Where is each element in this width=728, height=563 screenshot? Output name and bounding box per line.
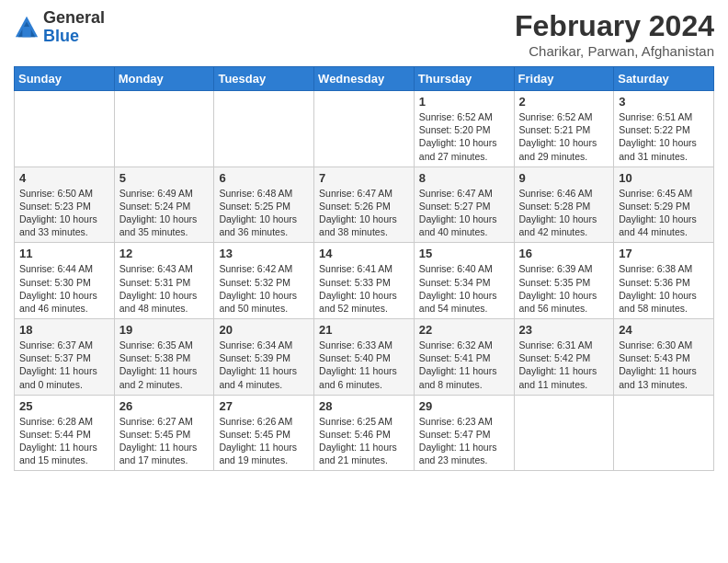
day-number: 11 bbox=[19, 247, 109, 260]
col-header-wednesday: Wednesday bbox=[314, 67, 415, 91]
day-cell: 21Sunrise: 6:33 AM Sunset: 5:40 PM Dayli… bbox=[314, 319, 415, 396]
day-info: Sunrise: 6:51 AM Sunset: 5:22 PM Dayligh… bbox=[619, 110, 709, 163]
day-cell: 22Sunrise: 6:32 AM Sunset: 5:41 PM Dayli… bbox=[414, 319, 514, 396]
day-cell: 8Sunrise: 6:47 AM Sunset: 5:27 PM Daylig… bbox=[414, 167, 514, 243]
logo: General Blue bbox=[14, 9, 105, 46]
day-info: Sunrise: 6:27 AM Sunset: 5:45 PM Dayligh… bbox=[119, 415, 210, 467]
day-cell: 7Sunrise: 6:47 AM Sunset: 5:26 PM Daylig… bbox=[314, 167, 415, 243]
day-number: 2 bbox=[519, 95, 609, 109]
day-cell bbox=[15, 91, 115, 167]
day-number: 15 bbox=[419, 247, 509, 260]
day-info: Sunrise: 6:23 AM Sunset: 5:47 PM Dayligh… bbox=[419, 415, 509, 467]
header: General Blue February 2024 Charikar, Par… bbox=[14, 9, 714, 59]
day-cell: 18Sunrise: 6:37 AM Sunset: 5:37 PM Dayli… bbox=[15, 319, 115, 396]
week-row-2: 11Sunrise: 6:44 AM Sunset: 5:30 PM Dayli… bbox=[15, 243, 714, 319]
day-info: Sunrise: 6:45 AM Sunset: 5:29 PM Dayligh… bbox=[619, 187, 709, 239]
week-row-1: 4Sunrise: 6:50 AM Sunset: 5:23 PM Daylig… bbox=[15, 167, 714, 243]
day-number: 24 bbox=[619, 323, 709, 337]
day-info: Sunrise: 6:25 AM Sunset: 5:46 PM Dayligh… bbox=[319, 415, 409, 467]
day-number: 14 bbox=[319, 247, 409, 260]
day-cell: 16Sunrise: 6:39 AM Sunset: 5:35 PM Dayli… bbox=[514, 243, 614, 319]
day-cell: 1Sunrise: 6:52 AM Sunset: 5:20 PM Daylig… bbox=[414, 91, 514, 167]
day-cell: 11Sunrise: 6:44 AM Sunset: 5:30 PM Dayli… bbox=[15, 243, 115, 319]
day-info: Sunrise: 6:41 AM Sunset: 5:33 PM Dayligh… bbox=[319, 262, 409, 315]
day-info: Sunrise: 6:35 AM Sunset: 5:38 PM Dayligh… bbox=[119, 339, 210, 391]
day-cell: 28Sunrise: 6:25 AM Sunset: 5:46 PM Dayli… bbox=[314, 395, 415, 471]
logo-text: General Blue bbox=[43, 9, 105, 46]
day-info: Sunrise: 6:42 AM Sunset: 5:32 PM Dayligh… bbox=[219, 262, 309, 315]
day-number: 29 bbox=[419, 399, 509, 413]
day-info: Sunrise: 6:38 AM Sunset: 5:36 PM Dayligh… bbox=[619, 262, 709, 315]
day-cell bbox=[514, 395, 614, 471]
day-cell: 12Sunrise: 6:43 AM Sunset: 5:31 PM Dayli… bbox=[114, 243, 214, 319]
day-number: 27 bbox=[219, 399, 309, 413]
day-number: 18 bbox=[19, 323, 109, 337]
day-cell: 2Sunrise: 6:52 AM Sunset: 5:21 PM Daylig… bbox=[514, 91, 614, 167]
day-number: 23 bbox=[519, 323, 609, 337]
day-cell bbox=[314, 91, 415, 167]
day-cell bbox=[614, 395, 714, 471]
day-info: Sunrise: 6:48 AM Sunset: 5:25 PM Dayligh… bbox=[219, 187, 309, 239]
page: General Blue February 2024 Charikar, Par… bbox=[0, 0, 728, 480]
day-cell: 13Sunrise: 6:42 AM Sunset: 5:32 PM Dayli… bbox=[214, 243, 314, 319]
day-number: 16 bbox=[519, 247, 609, 260]
svg-rect-2 bbox=[22, 27, 30, 37]
day-cell: 3Sunrise: 6:51 AM Sunset: 5:22 PM Daylig… bbox=[614, 91, 714, 167]
day-number: 10 bbox=[619, 171, 709, 185]
week-row-3: 18Sunrise: 6:37 AM Sunset: 5:37 PM Dayli… bbox=[15, 319, 714, 396]
day-number: 9 bbox=[519, 171, 609, 185]
day-cell: 17Sunrise: 6:38 AM Sunset: 5:36 PM Dayli… bbox=[614, 243, 714, 319]
day-number: 13 bbox=[219, 247, 309, 260]
week-row-0: 1Sunrise: 6:52 AM Sunset: 5:20 PM Daylig… bbox=[15, 91, 714, 167]
day-number: 22 bbox=[419, 323, 509, 337]
day-cell: 27Sunrise: 6:26 AM Sunset: 5:45 PM Dayli… bbox=[214, 395, 314, 471]
day-info: Sunrise: 6:39 AM Sunset: 5:35 PM Dayligh… bbox=[519, 262, 609, 315]
day-info: Sunrise: 6:47 AM Sunset: 5:26 PM Dayligh… bbox=[319, 187, 409, 239]
day-cell: 14Sunrise: 6:41 AM Sunset: 5:33 PM Dayli… bbox=[314, 243, 415, 319]
day-cell: 10Sunrise: 6:45 AM Sunset: 5:29 PM Dayli… bbox=[614, 167, 714, 243]
col-header-saturday: Saturday bbox=[614, 67, 714, 91]
title-month: February 2024 bbox=[515, 9, 714, 43]
day-info: Sunrise: 6:28 AM Sunset: 5:44 PM Dayligh… bbox=[19, 415, 109, 467]
col-header-sunday: Sunday bbox=[15, 67, 115, 91]
day-info: Sunrise: 6:49 AM Sunset: 5:24 PM Dayligh… bbox=[119, 187, 210, 239]
day-cell bbox=[114, 91, 214, 167]
day-cell: 15Sunrise: 6:40 AM Sunset: 5:34 PM Dayli… bbox=[414, 243, 514, 319]
day-number: 8 bbox=[419, 171, 509, 185]
day-number: 20 bbox=[219, 323, 309, 337]
day-info: Sunrise: 6:47 AM Sunset: 5:27 PM Dayligh… bbox=[419, 187, 509, 239]
day-number: 21 bbox=[319, 323, 409, 337]
day-info: Sunrise: 6:37 AM Sunset: 5:37 PM Dayligh… bbox=[19, 339, 109, 391]
day-cell: 9Sunrise: 6:46 AM Sunset: 5:28 PM Daylig… bbox=[514, 167, 614, 243]
day-cell bbox=[214, 91, 314, 167]
week-row-4: 25Sunrise: 6:28 AM Sunset: 5:44 PM Dayli… bbox=[15, 395, 714, 471]
day-number: 4 bbox=[19, 171, 109, 185]
day-number: 19 bbox=[119, 323, 210, 337]
day-info: Sunrise: 6:46 AM Sunset: 5:28 PM Dayligh… bbox=[519, 187, 609, 239]
col-header-monday: Monday bbox=[114, 67, 214, 91]
day-cell: 20Sunrise: 6:34 AM Sunset: 5:39 PM Dayli… bbox=[214, 319, 314, 396]
day-number: 17 bbox=[619, 247, 709, 260]
title-location: Charikar, Parwan, Afghanistan bbox=[515, 43, 714, 59]
day-info: Sunrise: 6:33 AM Sunset: 5:40 PM Dayligh… bbox=[319, 339, 409, 391]
day-cell: 4Sunrise: 6:50 AM Sunset: 5:23 PM Daylig… bbox=[15, 167, 115, 243]
day-number: 28 bbox=[319, 399, 409, 413]
title-block: February 2024 Charikar, Parwan, Afghanis… bbox=[515, 9, 714, 59]
day-info: Sunrise: 6:34 AM Sunset: 5:39 PM Dayligh… bbox=[219, 339, 309, 391]
logo-icon bbox=[14, 15, 40, 40]
day-number: 5 bbox=[119, 171, 210, 185]
day-info: Sunrise: 6:43 AM Sunset: 5:31 PM Dayligh… bbox=[119, 262, 210, 315]
logo-blue-text: Blue bbox=[43, 27, 79, 45]
day-number: 1 bbox=[419, 95, 509, 109]
day-cell: 26Sunrise: 6:27 AM Sunset: 5:45 PM Dayli… bbox=[114, 395, 214, 471]
day-info: Sunrise: 6:40 AM Sunset: 5:34 PM Dayligh… bbox=[419, 262, 509, 315]
day-number: 12 bbox=[119, 247, 210, 260]
day-cell: 19Sunrise: 6:35 AM Sunset: 5:38 PM Dayli… bbox=[114, 319, 214, 396]
day-info: Sunrise: 6:31 AM Sunset: 5:42 PM Dayligh… bbox=[519, 339, 609, 391]
day-number: 7 bbox=[319, 171, 409, 185]
header-row: SundayMondayTuesdayWednesdayThursdayFrid… bbox=[15, 67, 714, 91]
day-cell: 29Sunrise: 6:23 AM Sunset: 5:47 PM Dayli… bbox=[414, 395, 514, 471]
day-info: Sunrise: 6:26 AM Sunset: 5:45 PM Dayligh… bbox=[219, 415, 309, 467]
day-info: Sunrise: 6:30 AM Sunset: 5:43 PM Dayligh… bbox=[619, 339, 709, 391]
day-cell: 5Sunrise: 6:49 AM Sunset: 5:24 PM Daylig… bbox=[114, 167, 214, 243]
